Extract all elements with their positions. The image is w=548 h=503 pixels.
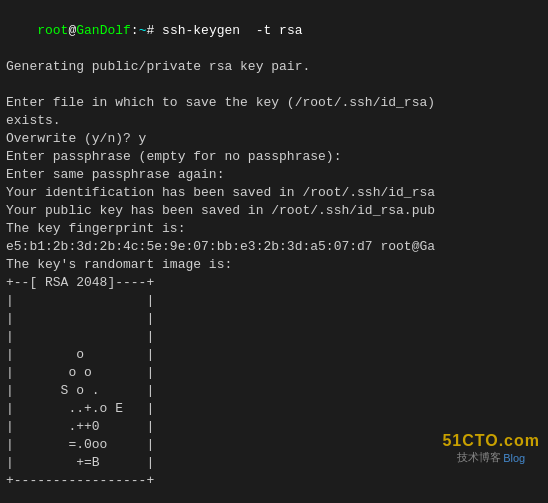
watermark-site: 51CTO.com	[442, 432, 540, 450]
line-11: The key fingerprint is:	[6, 220, 542, 238]
line-18: | o |	[6, 346, 542, 364]
prompt-host: GanDolf	[76, 23, 131, 38]
line-7: Enter passphrase (empty for no passphras…	[6, 148, 542, 166]
line-1: root@GanDolf:~# ssh-keygen -t rsa	[6, 4, 542, 58]
line-9: Your identification has been saved in /r…	[6, 184, 542, 202]
line-17: | |	[6, 328, 542, 346]
prompt-colon: :	[131, 23, 139, 38]
line-2: Generating public/private rsa key pair.	[6, 58, 542, 76]
line-8: Enter same passphrase again:	[6, 166, 542, 184]
line-25: +-----------------+	[6, 472, 542, 490]
line-4: Enter file in which to save the key (/ro…	[6, 94, 542, 112]
line-12: e5:b1:2b:3d:2b:4c:5e:9e:07:bb:e3:2b:3d:a…	[6, 238, 542, 256]
watermark-label2: Blog	[503, 452, 525, 464]
line-10: Your public key has been saved in /root/…	[6, 202, 542, 220]
line-21: | ..+.o E |	[6, 400, 542, 418]
line-16: | |	[6, 310, 542, 328]
line-26: root@GanDolf:~# cd /root/.ssh/	[6, 490, 542, 503]
prompt-hash: #	[146, 23, 162, 38]
watermark: 51CTO.com 技术博客 Blog	[442, 432, 540, 465]
line-14: +--[ RSA 2048]----+	[6, 274, 542, 292]
line-6: Overwrite (y/n)? y	[6, 130, 542, 148]
line-3	[6, 76, 542, 94]
line-13: The key's randomart image is:	[6, 256, 542, 274]
line-20: | S o . |	[6, 382, 542, 400]
line-19: | o o |	[6, 364, 542, 382]
line-15: | |	[6, 292, 542, 310]
watermark-labels: 技术博客 Blog	[442, 450, 540, 465]
command-1: ssh-keygen -t rsa	[162, 23, 302, 38]
line-5: exists.	[6, 112, 542, 130]
prompt-user: root	[37, 23, 68, 38]
watermark-label1: 技术博客	[457, 450, 501, 465]
terminal-window: root@GanDolf:~# ssh-keygen -t rsa Genera…	[0, 0, 548, 503]
